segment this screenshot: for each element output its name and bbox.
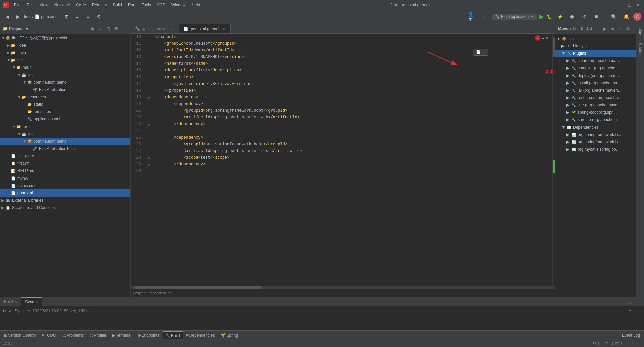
tool-spring[interactable]: 🌱 Spring <box>218 331 241 339</box>
tree-item-mvnw-cmd[interactable]: ▶ 📄 mvnw.cmd <box>0 182 130 189</box>
status-indent[interactable]: 4 spaces <box>627 342 641 346</box>
tool-problems[interactable]: ⚠ Problems <box>60 331 87 339</box>
error-nav-down[interactable]: ∨ <box>546 36 548 40</box>
tree-item-helpmd[interactable]: ▶ 📝 HELP.md <box>0 167 130 175</box>
tool-version-control[interactable]: ⊞ Version Control <box>1 331 38 339</box>
tree-item-static[interactable]: ▶ 📂 static <box>0 101 130 108</box>
maven-item-dep3[interactable]: ▶ 📊 org.mybatis.spring.bo... <box>555 146 636 153</box>
panel-expand-button[interactable]: ⇅ <box>105 25 112 32</box>
tree-item-external-libs[interactable]: ▶ 📚 External Libraries <box>0 197 130 204</box>
right-sidebar-database-icon[interactable]: Database <box>636 42 644 58</box>
tree-item-gitignore[interactable]: ▶ 📄 .gitignore <box>0 152 130 160</box>
profiler-button[interactable]: ◉ <box>567 12 577 21</box>
menu-code[interactable]: Code <box>73 2 89 8</box>
tree-item-src[interactable]: ▼ 📂 src <box>0 56 130 64</box>
tool-endpoints[interactable]: ⊕ Endpoints <box>135 331 162 339</box>
tab-close-pom[interactable]: ✕ <box>222 27 226 31</box>
breadcrumb-dependencies[interactable]: dependencies <box>149 291 172 295</box>
status-encoding[interactable]: UTF-8 <box>612 342 623 346</box>
tree-item-first[interactable]: ▼ 📦 first E:\卜凡\软工课设\project\first <box>0 34 130 42</box>
toolbar-expand-button[interactable]: ≡ <box>73 12 82 21</box>
build-tab-close[interactable]: ✕ <box>14 300 17 304</box>
menu-tools[interactable]: Tools <box>139 2 154 8</box>
maven-item-dep1[interactable]: ▶ 📊 org.springframework.b... <box>555 131 636 138</box>
maven-popup-close[interactable]: ✕ <box>482 50 485 54</box>
panel-locate-button[interactable]: ⊕ <box>89 25 96 32</box>
close-button[interactable]: ✕ <box>635 2 641 8</box>
error-nav-up[interactable]: ∧ <box>542 36 544 40</box>
maven-item-dep2[interactable]: ▶ 📊 org.springframework.b... <box>555 138 636 146</box>
debug-button[interactable]: 🐛 <box>547 14 552 19</box>
notifications-button[interactable]: 🔔 <box>621 12 631 21</box>
tool-terminal[interactable]: ▶ Terminal <box>110 331 134 339</box>
menu-navigate[interactable]: Navigate <box>52 2 73 8</box>
maven-item-clean[interactable]: ▶ 🔧 clean (org.apache.ma... <box>555 57 636 64</box>
tree-item-mvnw[interactable]: ▶ 📄 mvnw <box>0 175 130 182</box>
search-button[interactable]: 🔍 <box>609 12 619 21</box>
menu-edit[interactable]: Edit <box>24 2 36 8</box>
tree-item-scratches[interactable]: ▶ 📋 Scratches and Consoles <box>0 204 130 211</box>
maven-run-button[interactable]: ▶ <box>601 25 608 32</box>
toolbar-forward-button[interactable]: ▶ <box>13 12 23 21</box>
profile-button[interactable]: 👤 ▼ <box>468 12 477 21</box>
tree-item-test[interactable]: ▼ 📂 test <box>0 123 130 130</box>
maven-item-deploy[interactable]: ▶ 🔧 deploy (org.apache.m... <box>555 72 636 79</box>
bottom-panel-minimize[interactable]: ─ <box>635 299 641 306</box>
maven-item-first[interactable]: ▼ 📦 first <box>555 35 636 42</box>
menu-file[interactable]: File <box>11 2 23 8</box>
breadcrumb-first[interactable]: first <box>24 14 31 19</box>
menu-run[interactable]: Run <box>125 2 138 8</box>
run-config-selector[interactable]: 🔧 FirstApplication ▼ <box>492 14 537 20</box>
refresh-button[interactable]: ↺ <box>579 12 589 21</box>
maven-item-lifecycle[interactable]: ▶ ⚙ Lifecycle <box>555 42 636 50</box>
tree-item-idea[interactable]: ▶ 📂 .idea <box>0 42 130 49</box>
maven-item-springboot[interactable]: ▶ 🌱 spring-boot (org.spri... <box>555 109 636 116</box>
tree-item-java-test[interactable]: ▼ ☕ java <box>0 130 130 138</box>
maven-download-all-button[interactable]: ⬇⬇ <box>586 25 593 32</box>
tree-item-pomxml[interactable]: ▶ 📄 pom.xml <box>0 189 130 197</box>
maven-item-compiler[interactable]: ▶ 🔧 compiler (org.apache... <box>555 64 636 72</box>
tree-item-iml[interactable]: ▶ 📋 first.iml <box>0 160 130 167</box>
maven-item-deps-node[interactable]: ▼ 📊 Dependencies <box>555 123 636 131</box>
menu-refactor[interactable]: Refactor <box>89 2 110 8</box>
tree-item-resources[interactable]: ▼ 📂 resources <box>0 93 130 101</box>
toolbar-minus-button[interactable]: ─ <box>105 12 114 21</box>
toolbar-layout-button[interactable]: ⊞ <box>62 12 71 21</box>
toolbar-collapse-button[interactable]: ≡ <box>84 12 93 21</box>
maven-item-resources[interactable]: ▶ 🔧 resources (org.apache... <box>555 94 636 101</box>
stop-button[interactable]: ⏹ <box>591 12 601 21</box>
panel-collapse-all-button[interactable]: ≡ <box>97 25 104 32</box>
panel-settings-button[interactable]: ⚙ <box>113 25 120 32</box>
maven-refresh-button[interactable]: ↻ <box>571 25 577 32</box>
tool-profiler[interactable]: ◎ Profiler <box>87 331 109 339</box>
maven-popup-box[interactable]: 📄 ✕ <box>473 49 488 56</box>
scrollbar-horizontal[interactable] <box>131 286 555 289</box>
tree-item-package[interactable]: ▼ 📦 com.neusoft.demo <box>0 79 130 86</box>
minimize-button[interactable]: ─ <box>618 2 624 8</box>
tree-item-main[interactable]: ▼ 📂 main <box>0 64 130 71</box>
maven-more-button[interactable]: » <box>617 25 624 32</box>
code-content[interactable]: </parent> <groupId>com.neusoft</groupId>… <box>152 34 555 286</box>
update-button[interactable]: ↑ <box>480 12 489 21</box>
build-scroll-button[interactable]: ↕ <box>635 308 641 314</box>
maven-toggle-button[interactable]: m <box>609 25 616 32</box>
maven-item-plugins[interactable]: ▼ 🔧 Plugins <box>555 50 636 57</box>
bottom-tab-sync[interactable]: Sync ✕ <box>21 297 42 306</box>
tree-item-java[interactable]: ▼ ☕ java <box>0 71 130 79</box>
maven-settings-button[interactable]: ⚙ <box>625 25 631 32</box>
tree-item-templates[interactable]: ▶ 📂 templates <box>0 108 130 115</box>
menu-build[interactable]: Build <box>110 2 125 8</box>
toolbar-settings-button[interactable]: ⚙ <box>94 12 104 21</box>
tree-item-application-yml[interactable]: ▶ 🔧 application.yml <box>0 115 130 123</box>
tool-todo[interactable]: ≡ TODO <box>39 331 59 339</box>
maximize-button[interactable]: □ <box>627 2 633 8</box>
event-log-label[interactable]: Event Log <box>622 333 640 338</box>
tree-item-mvn[interactable]: ▶ 📂 .mvn <box>0 49 130 56</box>
bottom-panel-settings[interactable]: ⚙ <box>627 299 633 306</box>
tab-close-yml[interactable]: ✕ <box>170 26 175 31</box>
scrollbar-vertical[interactable] <box>552 34 555 286</box>
run-button[interactable]: ▶ <box>539 13 544 20</box>
tab-pom-xml[interactable]: 📄 pom.xml (demo) ✕ <box>179 24 231 33</box>
build-wrap-button[interactable]: ≡ <box>627 308 633 314</box>
tree-item-firstapptests[interactable]: ▶ 🧪 FirstApplicationTests <box>0 145 130 152</box>
